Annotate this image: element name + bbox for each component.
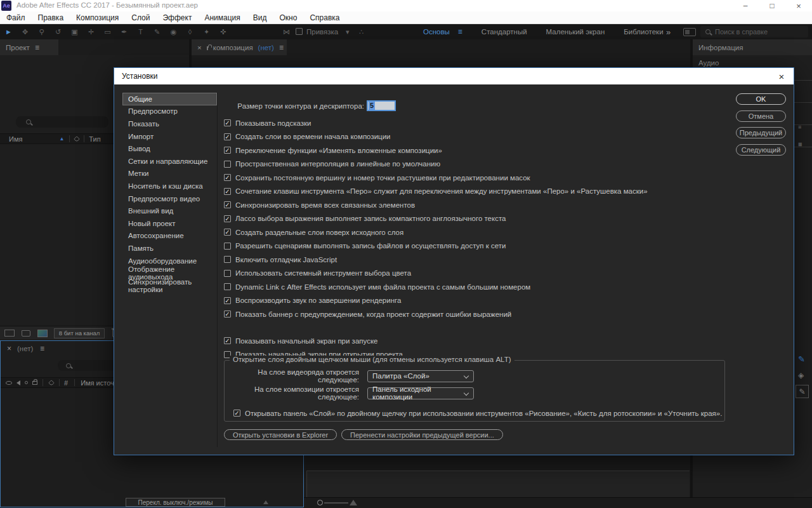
sidebar-item[interactable]: Общие (122, 93, 217, 105)
anchor-size-input[interactable]: 5 (367, 100, 396, 111)
hand-tool[interactable]: ✥ (20, 28, 30, 36)
label-column-icon[interactable] (74, 136, 81, 142)
checkbox[interactable]: ✓ (224, 174, 231, 181)
interpret-footage-icon[interactable] (4, 330, 15, 337)
lock-icon[interactable] (32, 381, 37, 385)
window-close-button[interactable]: × (788, 0, 809, 11)
video-visibility-icon[interactable] (6, 381, 12, 385)
sidebar-item[interactable]: Носитель и кэш диска (122, 180, 217, 192)
tab-composition[interactable]: × композиция (нет) ≡ (192, 39, 287, 55)
column-name[interactable]: Имя (9, 135, 22, 143)
sidebar-item[interactable]: Память (122, 242, 217, 255)
footer-button[interactable]: Перенести настройки предыдущей версии... (341, 429, 503, 440)
menu-item[interactable]: Окно (273, 11, 303, 24)
sidebar-item[interactable]: Показать (122, 117, 217, 130)
sort-arrow-icon[interactable]: ▲ (59, 136, 64, 142)
tab-info[interactable]: Информация (693, 39, 812, 55)
pen-tool[interactable]: ✒ (119, 28, 129, 36)
workspace-menu-icon[interactable]: ≡ (458, 27, 462, 36)
sidebar-item[interactable]: Синхронизировать настройки (122, 279, 217, 292)
maximize-button[interactable]: □ (761, 0, 783, 11)
panel-menu-icon[interactable]: ≡ (279, 43, 284, 52)
sidebar-item[interactable]: Внешний вид (122, 204, 217, 217)
checkbox[interactable] (224, 243, 231, 250)
type-tool[interactable]: T (136, 28, 145, 36)
dialog-close-button[interactable]: × (776, 70, 787, 82)
sidebar-item[interactable]: Новый проект (122, 217, 217, 230)
checkbox[interactable] (224, 161, 231, 168)
menu-item[interactable]: Правка (32, 11, 70, 24)
new-folder-icon[interactable] (22, 330, 30, 337)
snap-options-icon[interactable]: ▾ (346, 24, 350, 39)
menu-item[interactable]: Вид (247, 11, 273, 24)
checkbox[interactable] (224, 270, 231, 277)
menu-item[interactable]: Слой (125, 11, 156, 24)
menu-item[interactable]: Файл (0, 11, 32, 24)
audio-mute-icon[interactable] (16, 380, 20, 385)
sidebar-item[interactable]: Метки (122, 168, 217, 180)
checkbox[interactable]: ✓ (224, 201, 231, 208)
checkbox[interactable]: ✓ (224, 229, 231, 236)
sidebar-item[interactable]: Предпросмотр видео (122, 192, 217, 205)
project-search-box[interactable] (16, 116, 108, 128)
timeline-zoom-slider-track[interactable] (324, 502, 348, 504)
next-button[interactable]: Следующий (736, 144, 786, 156)
timeline-zoom-slider-knob[interactable] (317, 500, 323, 505)
puppet-pin-tool[interactable]: ✜ (218, 28, 228, 36)
solo-icon[interactable] (25, 381, 28, 384)
help-search-input[interactable] (715, 28, 797, 36)
pan-behind-tool[interactable]: ✛ (86, 28, 96, 36)
label-column-icon[interactable] (48, 380, 55, 386)
snap-checkbox[interactable] (296, 28, 303, 35)
dropdown-select[interactable]: Панель исходной композиции (367, 387, 474, 399)
checkbox[interactable]: ✓ (224, 147, 231, 154)
timeline-tab-label[interactable]: (нет) (17, 345, 33, 352)
checkbox[interactable]: ✓ (224, 119, 231, 126)
checkbox[interactable] (224, 256, 231, 263)
roto-brush-tool[interactable]: ✦ (202, 28, 211, 36)
sidebar-item[interactable]: Автосохранение (122, 230, 217, 243)
panel-menu-icon[interactable]: ≡ (35, 43, 39, 52)
workspace-tab[interactable]: Стандартный (481, 28, 527, 36)
cancel-button[interactable]: Отмена (736, 110, 786, 122)
column-type[interactable]: Тип (89, 135, 100, 143)
right-rail-pen-icon[interactable]: ✎ (798, 354, 805, 364)
new-composition-icon[interactable] (37, 330, 48, 337)
checkbox[interactable]: ✓ (224, 188, 231, 195)
zoom-in-icon[interactable] (350, 500, 357, 505)
rotation-tool[interactable]: ↺ (53, 28, 63, 36)
panel-menu-icon[interactable]: ≡ (40, 344, 44, 353)
brush-tool[interactable]: ✎ (152, 28, 162, 36)
footer-button[interactable]: Открыть установки в Explorer (224, 429, 337, 440)
tab-close-icon[interactable]: × (197, 44, 202, 51)
checkbox[interactable]: ✓ (224, 311, 231, 318)
right-rail-boxed-tool-icon[interactable]: ✎ (796, 385, 809, 398)
checkbox[interactable] (224, 283, 231, 290)
checkbox[interactable]: ✓ (224, 337, 231, 344)
menu-item[interactable]: Эффект (156, 11, 198, 24)
shape-tool[interactable]: ▭ (103, 28, 112, 36)
workspace-overflow-chevron[interactable]: » (666, 24, 671, 39)
menu-item[interactable]: Композиция (70, 11, 125, 24)
tab-project[interactable]: Проект ≡ (0, 39, 58, 55)
sidebar-item[interactable]: Импорт (122, 130, 217, 143)
camera-tool[interactable]: ▣ (70, 28, 79, 36)
checkbox[interactable]: ✓ (233, 410, 240, 417)
checkbox[interactable]: ✓ (224, 297, 231, 304)
snap-points-icon[interactable]: ∴ (359, 24, 363, 39)
align-icon[interactable]: ⋈ (283, 24, 290, 39)
workspace-tab[interactable]: Библиотеки (624, 28, 663, 36)
menu-item[interactable]: Анимация (198, 11, 246, 24)
minimize-button[interactable]: – (735, 0, 756, 11)
sidebar-item[interactable]: Вывод (122, 142, 217, 155)
eraser-tool[interactable]: ◊ (185, 28, 195, 36)
workspace-tab[interactable]: Маленький экран (546, 28, 605, 36)
menu-item[interactable]: Справка (303, 11, 346, 24)
toggle-switches-modes-button[interactable]: Перекл. выключ./режимы (126, 498, 225, 507)
tab-close-icon[interactable]: × (7, 344, 11, 353)
zoom-tool[interactable]: ⚲ (37, 28, 46, 36)
tab-audio[interactable]: Аудио (698, 59, 719, 67)
sidebar-item[interactable]: Предпросмотр (122, 105, 217, 118)
stamp-tool[interactable]: ◉ (169, 28, 178, 36)
checkbox[interactable]: ✓ (224, 133, 231, 140)
